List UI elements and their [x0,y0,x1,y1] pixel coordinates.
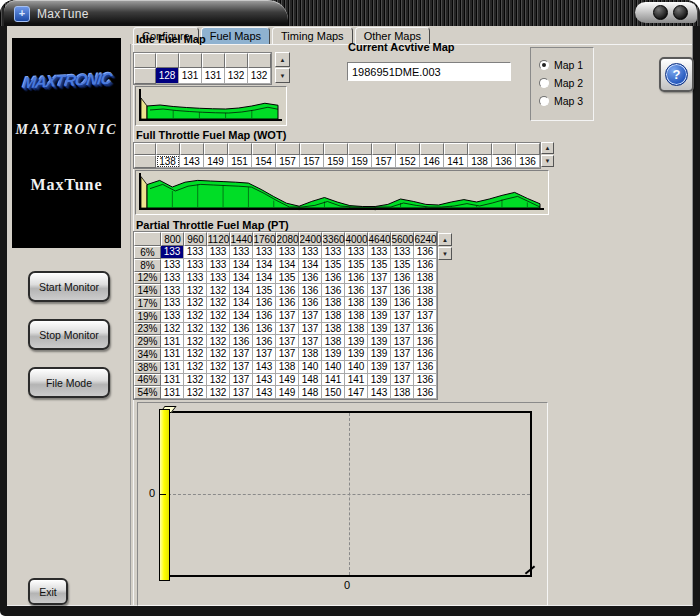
pt-map-cell[interactable]: 135 [322,259,345,272]
idle-map-cell[interactable]: 131 [179,68,202,84]
pt-map-cell[interactable]: 132 [207,361,230,374]
scroll-down-icon[interactable]: ▼ [438,247,452,260]
close-button[interactable] [673,5,688,20]
pt-map-cell[interactable]: 134 [276,259,299,272]
pt-map-cell[interactable]: 132 [184,386,207,399]
pt-map-cell[interactable]: 147 [345,386,368,399]
wot-col-header[interactable] [252,143,276,155]
pt-map-cell[interactable]: 137 [253,348,276,361]
wot-map-cell[interactable]: 157 [276,155,300,168]
pt-map-cell[interactable]: 138 [345,310,368,323]
pt-map-cell[interactable]: 140 [322,361,345,374]
pt-map-cell[interactable]: 133 [230,246,253,259]
pt-map-cell[interactable]: 132 [161,323,184,336]
pt-map-cell[interactable]: 133 [276,246,299,259]
pt-map-cell[interactable]: 148 [299,374,322,387]
pt-map-cell[interactable]: 132 [207,348,230,361]
pt-map-cell[interactable]: 132 [207,386,230,399]
pt-map-cell[interactable]: 148 [299,386,322,399]
pt-map-cell[interactable]: 136 [414,246,437,259]
pt-map-cell[interactable]: 132 [184,284,207,297]
pt-map-cell[interactable]: 136 [322,272,345,285]
pt-map-cell[interactable]: 132 [207,374,230,387]
pt-map-cell[interactable]: 132 [207,297,230,310]
wot-map-cell[interactable]: 159 [348,155,372,168]
pt-map-cell[interactable]: 136 [276,284,299,297]
pt-map-cell[interactable]: 136 [230,335,253,348]
idle-col-header[interactable] [134,53,156,68]
pt-map-cell[interactable]: 137 [276,335,299,348]
pt-map-cell[interactable]: 137 [368,284,391,297]
radio-map-1[interactable]: Map 1 [539,56,593,74]
pt-map-cell[interactable]: 131 [161,335,184,348]
file-mode-button[interactable]: File Mode [28,367,110,398]
pt-map-cell[interactable]: 132 [207,310,230,323]
pt-col-header[interactable]: 2080 [276,232,299,246]
pt-col-header[interactable]: 960 [184,232,207,246]
pt-map-cell[interactable]: 137 [276,348,299,361]
pt-map-cell[interactable]: 136 [253,297,276,310]
pt-map-cell[interactable]: 138 [414,297,437,310]
pt-map-cell[interactable]: 137 [230,348,253,361]
pt-col-header[interactable]: 3360 [322,232,345,246]
pt-map-cell[interactable]: 134 [230,272,253,285]
pt-map-cell[interactable]: 137 [391,323,414,336]
wot-col-header[interactable] [420,143,444,155]
pt-map-cell[interactable]: 137 [414,310,437,323]
minimize-button[interactable] [653,5,668,20]
wot-map-cell[interactable]: 159 [324,155,348,168]
pt-row-header[interactable]: 17% [134,297,161,310]
pt-map-cell[interactable]: 137 [230,386,253,399]
pt-map-cell[interactable]: 136 [253,335,276,348]
pt-map-cell[interactable]: 131 [161,361,184,374]
pt-map-cell[interactable]: 133 [391,246,414,259]
pt-col-header[interactable]: 1760 [253,232,276,246]
wot-col-header[interactable] [492,143,516,155]
pt-map-cell[interactable]: 137 [391,374,414,387]
pt-map-cell[interactable]: 137 [276,310,299,323]
pt-map-cell[interactable]: 133 [207,272,230,285]
pt-map-cell[interactable]: 137 [276,323,299,336]
tab-fuel-maps[interactable]: Fuel Maps [201,27,270,45]
pt-map-cell[interactable]: 133 [207,259,230,272]
pt-map-cell[interactable]: 139 [368,374,391,387]
pt-col-header[interactable]: 1120 [207,232,230,246]
scroll-down-icon[interactable]: ▼ [275,68,290,83]
titlebar[interactable]: + MaxTune [0,0,700,26]
pt-col-header[interactable]: 800 [161,232,184,246]
wot-col-header[interactable] [204,143,228,155]
pt-map-cell[interactable]: 136 [414,335,437,348]
pt-map-cell[interactable]: 140 [345,361,368,374]
pt-map-cell[interactable]: 150 [322,386,345,399]
pt-map-cell[interactable]: 136 [276,297,299,310]
pt-map-cell[interactable]: 137 [299,323,322,336]
idle-map-cell[interactable]: 128 [156,68,179,84]
wot-col-header[interactable] [324,143,348,155]
idle-col-header[interactable] [225,53,248,68]
pt-col-header[interactable]: 1440 [230,232,253,246]
wot-map-cell[interactable]: 141 [444,155,468,168]
wot-map-cell[interactable]: 154 [252,155,276,168]
pt-map-cell[interactable]: 139 [345,348,368,361]
pt-map-cell[interactable]: 133 [299,246,322,259]
pt-row-header[interactable]: 19% [134,310,161,323]
pt-col-header[interactable]: 4640 [368,232,391,246]
wot-map-cell[interactable]: 157 [372,155,396,168]
pt-map-cell[interactable]: 132 [184,374,207,387]
pt-map-cell[interactable]: 136 [299,284,322,297]
wot-col-header[interactable] [396,143,420,155]
idle-col-header[interactable] [202,53,225,68]
pt-map-cell[interactable]: 137 [391,310,414,323]
pt-row-header[interactable]: 6% [134,246,161,259]
wot-map-cell[interactable]: 149 [204,155,228,168]
pt-map-cell[interactable]: 136 [299,297,322,310]
wot-col-header[interactable] [156,143,180,155]
pt-map-cell[interactable]: 133 [161,310,184,323]
pt-map-cell[interactable]: 136 [391,272,414,285]
pt-col-header[interactable]: 4000 [345,232,368,246]
idle-map-cell[interactable]: 131 [202,68,225,84]
pt-map-cell[interactable]: 136 [414,386,437,399]
pt-map-cell[interactable]: 137 [299,310,322,323]
pt-map-cell[interactable]: 136 [253,323,276,336]
pt-map-cell[interactable]: 136 [322,284,345,297]
